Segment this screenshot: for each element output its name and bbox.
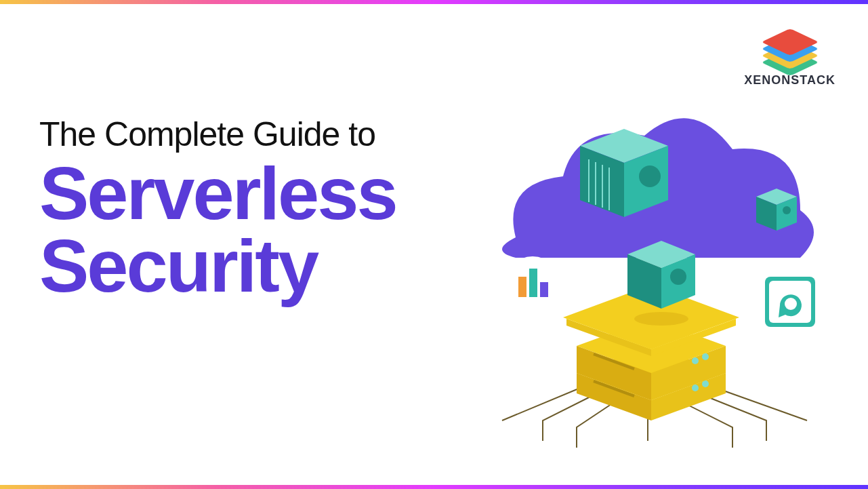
cube-top-icon <box>627 241 695 309</box>
headline-block: The Complete Guide to Serverless Securit… <box>39 117 473 302</box>
svg-rect-35 <box>540 282 548 297</box>
brand-logo: XENONSTACK <box>744 20 835 87</box>
cube-shadow <box>634 312 688 326</box>
headline-title: Serverless Security <box>39 157 473 303</box>
brand-name: XENONSTACK <box>744 73 835 87</box>
cube-small-icon <box>756 189 797 231</box>
chart-badge-icon <box>504 256 561 313</box>
svg-point-4 <box>702 380 709 387</box>
content-layer: XENONSTACK The Complete Guide to Serverl… <box>0 0 868 489</box>
logo-stack-icon <box>762 20 818 68</box>
svg-point-27 <box>639 165 661 187</box>
svg-point-5 <box>692 385 699 391</box>
svg-point-38 <box>785 298 797 310</box>
headline-title-word-2: Security <box>39 224 317 307</box>
svg-point-10 <box>702 353 709 360</box>
headline-subtitle: The Complete Guide to <box>39 117 473 153</box>
illustration-svg <box>461 102 841 454</box>
hero-banner: XENONSTACK The Complete Guide to Serverl… <box>0 0 868 489</box>
svg-point-19 <box>670 269 686 285</box>
server-cloud-illustration <box>461 102 841 454</box>
svg-point-11 <box>692 357 699 364</box>
svg-rect-33 <box>518 277 526 297</box>
svg-point-31 <box>783 206 791 214</box>
svg-rect-34 <box>529 269 537 297</box>
server-stack-icon <box>563 285 739 420</box>
headline-title-word-1: Serverless <box>39 151 396 235</box>
chat-badge-icon <box>765 277 815 327</box>
cube-large-icon <box>580 129 668 217</box>
